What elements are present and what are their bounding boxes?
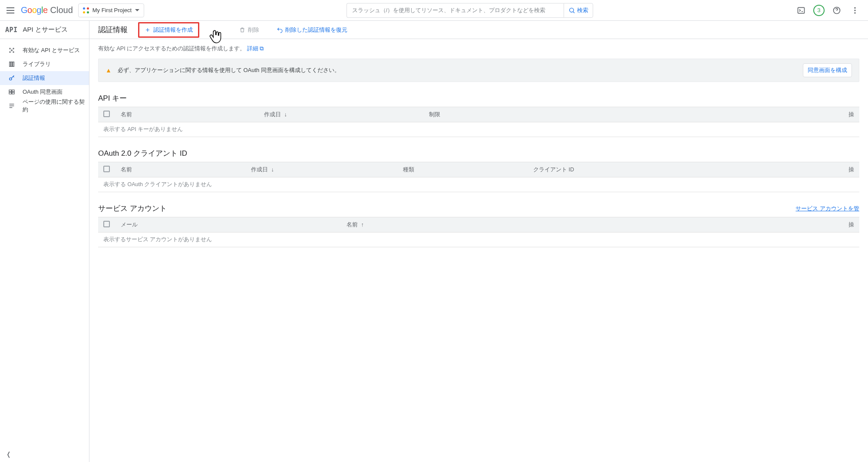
oauth-table: 名前 作成日 ↓ 種類 クライアント ID 操 表示する OAuth クライアン… [98, 162, 859, 192]
search-button-label: 検索 [577, 7, 588, 14]
oauth-empty: 表示する OAuth クライアントがありません [98, 177, 859, 192]
svg-point-9 [13, 48, 14, 49]
col-name[interactable]: 名前 [116, 107, 259, 122]
col-restrict[interactable]: 制限 [424, 107, 843, 122]
page-body: API API とサービス 有効な API とサービス ライブラリ 認証情報 [0, 21, 868, 462]
section-title: API とサービス [23, 26, 68, 34]
help-button[interactable] [831, 4, 843, 16]
sort-up-icon: ↑ [361, 221, 364, 228]
topbar-right-icons: 3 [795, 4, 863, 16]
sidebar-item-enabled-apis[interactable]: 有効な API とサービス [0, 43, 89, 57]
manage-service-accounts-link[interactable]: サービス アカウントを管 [795, 205, 859, 213]
search-icon [568, 7, 575, 14]
col-actions: 操 [843, 217, 859, 233]
sidebar-item-label: ページの使用に関する契約 [23, 98, 89, 114]
search-area: スラッシュ（/）を使用してリソース、ドキュメント、プロダクトなどを検索 検索 [347, 3, 593, 18]
collapse-sidebar-button[interactable]: ❬ [6, 451, 11, 458]
nav-menu-button[interactable] [5, 5, 16, 16]
svg-rect-19 [12, 92, 14, 94]
col-email[interactable]: メール [116, 217, 341, 233]
sort-down-icon: ↓ [271, 166, 274, 173]
credentials-hint-text: 有効な API にアクセスするための認証情報を作成します。 [98, 46, 245, 52]
learn-more-link[interactable]: 詳細 ⧉ [247, 46, 264, 52]
svg-point-15 [10, 78, 12, 80]
library-icon [8, 60, 16, 68]
enabled-apis-icon [8, 46, 16, 54]
delete-button[interactable]: 削除 [236, 24, 263, 36]
col-actions: 操 [843, 107, 859, 122]
main-content: 認証情報 認証情報を作成 削除 削除した認証情報を復元 有効な [89, 21, 868, 462]
help-icon [832, 6, 841, 15]
tos-icon [8, 102, 16, 110]
project-picker[interactable]: My First Project [78, 3, 144, 17]
col-name[interactable]: 名前 [116, 162, 246, 177]
sidebar-item-library[interactable]: ライブラリ [0, 57, 89, 71]
api-keys-heading: API キー [98, 93, 859, 103]
cloud-shell-button[interactable] [795, 4, 807, 16]
page-title: 認証情報 [98, 25, 128, 35]
configure-consent-button[interactable]: 同意画面を構成 [803, 63, 852, 77]
sort-down-icon: ↓ [284, 111, 287, 118]
notifications-badge[interactable]: 3 [813, 5, 825, 16]
svg-rect-14 [13, 62, 14, 67]
learn-more-label: 詳細 [247, 46, 258, 52]
trash-icon [239, 27, 245, 33]
col-name[interactable]: 名前 ↑ [341, 217, 843, 233]
select-all-checkbox[interactable] [103, 111, 110, 117]
undo-icon [277, 27, 283, 33]
consent-icon [8, 88, 16, 96]
sidebar-item-oauth-consent[interactable]: OAuth 同意画面 [0, 85, 89, 99]
svg-point-11 [13, 52, 14, 52]
more-button[interactable] [849, 4, 861, 16]
api-keys-empty: 表示する API キーがありません [98, 122, 859, 137]
svg-rect-17 [12, 90, 14, 92]
create-credentials-label: 認証情報を作成 [153, 26, 193, 34]
col-created[interactable]: 作成日 ↓ [259, 107, 424, 122]
project-name: My First Project [92, 7, 132, 13]
api-keys-heading-text: API キー [98, 93, 127, 103]
brand-cloud-text: Cloud [50, 5, 73, 15]
terminal-icon [797, 6, 805, 15]
select-all-checkbox[interactable] [103, 221, 110, 227]
svg-line-1 [573, 12, 574, 13]
oauth-heading-text: OAuth 2.0 クライアント ID [98, 148, 187, 158]
notifications-count: 3 [817, 7, 820, 13]
search-button[interactable]: 検索 [564, 3, 593, 18]
select-all-checkbox[interactable] [103, 166, 110, 172]
tutorial-highlight: 認証情報を作成 [138, 22, 199, 38]
oauth-heading: OAuth 2.0 クライアント ID [98, 148, 859, 158]
google-cloud-logo[interactable]: Google Cloud [21, 5, 73, 15]
search-placeholder: スラッシュ（/）を使用してリソース、ドキュメント、プロダクトなどを検索 [352, 7, 546, 14]
service-accounts-heading-text: サービス アカウント [98, 203, 167, 213]
left-sidebar: API API とサービス 有効な API とサービス ライブラリ 認証情報 [0, 21, 89, 462]
col-created-label: 作成日 [251, 167, 268, 173]
sidebar-item-label: ライブラリ [23, 60, 51, 68]
warning-icon: ▲ [106, 67, 112, 74]
svg-point-8 [10, 48, 10, 49]
col-created[interactable]: 作成日 ↓ [246, 162, 398, 177]
sidebar-item-credentials[interactable]: 認証情報 [0, 71, 89, 85]
restore-deleted-label: 削除した認証情報を復元 [285, 26, 347, 34]
svg-point-7 [11, 50, 13, 51]
service-accounts-empty: 表示するサービス アカウントがありません [98, 233, 859, 247]
service-accounts-table: メール 名前 ↑ 操 表示するサービス アカウントがありません [98, 217, 859, 247]
col-client-id[interactable]: クライアント ID [528, 162, 843, 177]
svg-rect-18 [9, 92, 11, 94]
svg-point-6 [854, 12, 855, 13]
col-type[interactable]: 種類 [398, 162, 528, 177]
sidebar-item-page-usage-agreements[interactable]: ページの使用に関する契約 [0, 99, 89, 113]
svg-rect-13 [11, 62, 13, 67]
top-bar: Google Cloud My First Project スラッシュ（/）を使… [0, 0, 868, 21]
restore-deleted-button[interactable]: 削除した認証情報を復元 [273, 24, 351, 36]
svg-point-0 [569, 8, 573, 12]
svg-rect-16 [9, 90, 11, 92]
key-icon [8, 74, 16, 82]
svg-rect-2 [798, 7, 804, 13]
credentials-hint: 有効な API にアクセスするための認証情報を作成します。 詳細 ⧉ [98, 45, 859, 52]
col-created-label: 作成日 [264, 111, 281, 118]
project-color-dots-icon [83, 7, 89, 13]
create-credentials-button[interactable]: 認証情報を作成 [141, 24, 196, 36]
delete-label: 削除 [248, 26, 259, 34]
search-input[interactable]: スラッシュ（/）を使用してリソース、ドキュメント、プロダクトなどを検索 [347, 3, 564, 18]
sidebar-item-label: 有効な API とサービス [23, 46, 80, 54]
